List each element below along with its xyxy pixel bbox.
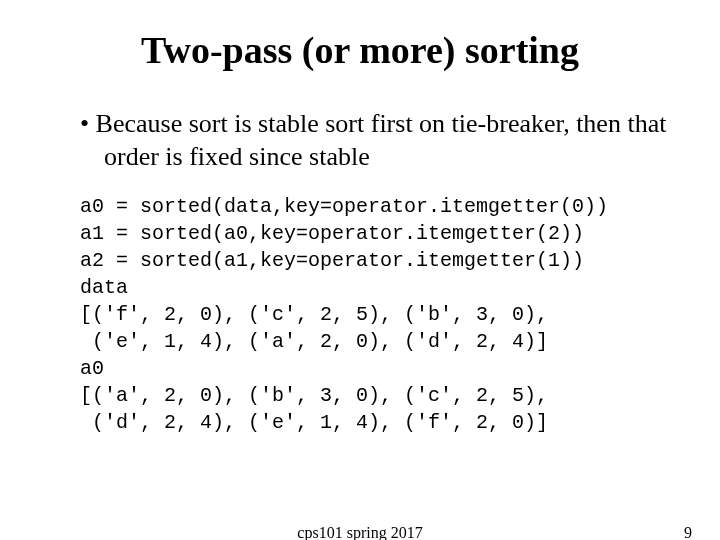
footer-course: cps101 spring 2017: [297, 524, 422, 540]
bullet-point: Because sort is stable sort first on tie…: [40, 108, 680, 173]
slide-number: 9: [684, 524, 692, 540]
slide-title: Two-pass (or more) sorting: [40, 28, 680, 72]
code-block: a0 = sorted(data,key=operator.itemgetter…: [40, 193, 680, 436]
slide: Two-pass (or more) sorting Because sort …: [0, 0, 720, 540]
